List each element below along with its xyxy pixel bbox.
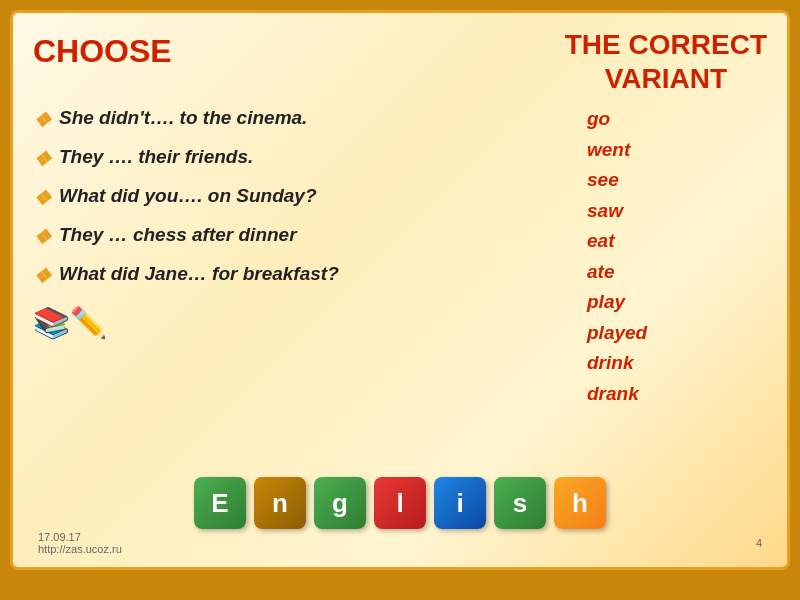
- sentences-column: ❖ She didn't…. to the cinema. ❖ They …. …: [33, 105, 567, 463]
- cube-h: h: [554, 477, 606, 529]
- left-header: CHOOSE: [33, 28, 192, 70]
- footer-cubes: E n g l i s h: [33, 471, 767, 529]
- slide: CHOOSE THE CORRECT VARIANT ❖ She didn't……: [10, 10, 790, 570]
- diamond-icon: ❖: [33, 224, 51, 251]
- cube-g: g: [314, 477, 366, 529]
- sentence-item: ❖ They … chess after dinner: [33, 222, 557, 251]
- books-icon: 📚✏️: [33, 305, 557, 340]
- bottom-info: 17.09.17 http://zas.ucoz.ru 4: [33, 529, 767, 557]
- diamond-icon: ❖: [33, 146, 51, 173]
- variant-played[interactable]: played: [587, 319, 767, 348]
- variant-eat[interactable]: eat: [587, 227, 767, 256]
- variant-see[interactable]: see: [587, 166, 767, 195]
- variants-column: go went see saw eat ate play played drin…: [567, 105, 767, 463]
- sentence-item: ❖ What did Jane… for breakfast?: [33, 261, 557, 290]
- header: CHOOSE THE CORRECT VARIANT: [33, 28, 767, 95]
- diamond-icon: ❖: [33, 107, 51, 134]
- variant-drink[interactable]: drink: [587, 349, 767, 378]
- diamond-icon: ❖: [33, 263, 51, 290]
- variant-drank[interactable]: drank: [587, 380, 767, 409]
- diamond-icon: ❖: [33, 185, 51, 212]
- variant-saw[interactable]: saw: [587, 197, 767, 226]
- variant-went[interactable]: went: [587, 136, 767, 165]
- content-row: ❖ She didn't…. to the cinema. ❖ They …. …: [33, 105, 767, 463]
- cube-l: l: [374, 477, 426, 529]
- title-choose: CHOOSE: [33, 28, 192, 70]
- variant-play[interactable]: play: [587, 288, 767, 317]
- sentence-item: ❖ She didn't…. to the cinema.: [33, 105, 557, 134]
- title-correct: THE CORRECT VARIANT: [565, 28, 767, 95]
- cube-n: n: [254, 477, 306, 529]
- sentence-item: ❖ They …. their friends.: [33, 144, 557, 173]
- cube-s: s: [494, 477, 546, 529]
- cube-i: i: [434, 477, 486, 529]
- sentence-item: ❖ What did you…. on Sunday?: [33, 183, 557, 212]
- variant-ate[interactable]: ate: [587, 258, 767, 287]
- cube-E: E: [194, 477, 246, 529]
- variant-go[interactable]: go: [587, 105, 767, 134]
- slide-number: 4: [756, 537, 762, 549]
- slide-date: 17.09.17 http://zas.ucoz.ru: [38, 531, 122, 555]
